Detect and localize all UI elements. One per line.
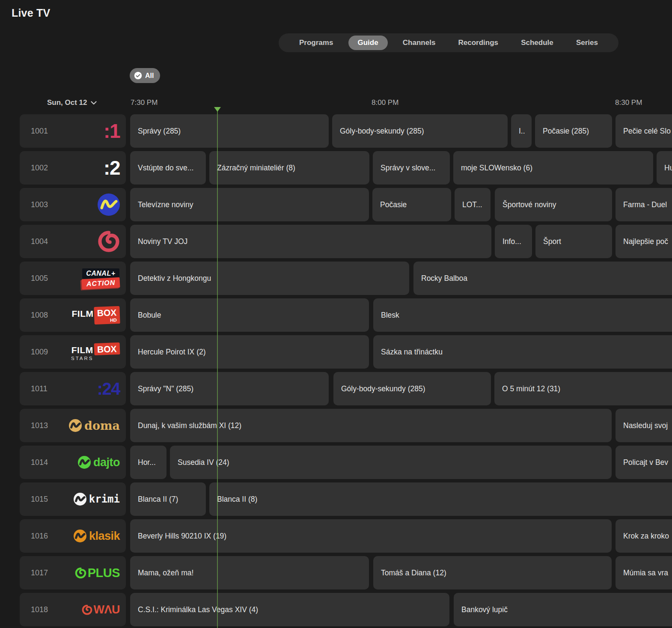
filter-all-chip[interactable]: All <box>130 68 160 83</box>
program-block[interactable]: Pečie celé Slo <box>616 114 672 148</box>
program-block[interactable]: Šport <box>535 225 612 258</box>
program-block[interactable]: Bobule <box>130 298 369 332</box>
program-block[interactable]: Správy v slove... <box>373 151 450 185</box>
tab-programs[interactable]: Programs <box>291 36 341 50</box>
channel-row: 1016 klasikBeverly Hills 90210 IX (19)Kr… <box>0 519 672 553</box>
channel-number: 1008 <box>31 311 48 320</box>
guide-grid: 1001:1Správy (285)Góly-body-sekundy (285… <box>0 0 672 628</box>
program-title: Rocky Balboa <box>421 274 467 283</box>
program-title: Nasleduj svoj <box>623 421 668 430</box>
program-title: Vstúpte do sve... <box>138 164 193 173</box>
program-block[interactable]: Noviny TV JOJ <box>130 225 491 258</box>
program-block[interactable]: Góly-body-sekundy (285) <box>333 372 491 405</box>
program-title: Bobule <box>138 311 161 320</box>
tab-recordings[interactable]: Recordings <box>451 36 506 50</box>
channel-number: 1017 <box>31 568 48 577</box>
tab-schedule[interactable]: Schedule <box>513 36 561 50</box>
program-block[interactable]: Najlepšie poč <box>616 225 672 258</box>
program-block[interactable]: Vstúpte do sve... <box>130 151 206 185</box>
tab-series[interactable]: Series <box>568 36 606 50</box>
date-picker[interactable]: Sun, Oct 12 <box>47 98 97 107</box>
program-block[interactable]: Rocky Balboa <box>413 262 672 295</box>
program-title: Správy v slove... <box>381 164 435 173</box>
program-block[interactable]: Góly-body-sekundy (285) <box>332 114 508 148</box>
channel-row: 1008FILM BOXHDBobuleBlesk <box>0 298 672 332</box>
program-block[interactable]: Policajt v Bev <box>616 446 672 479</box>
program-block[interactable]: LOT... <box>455 188 491 221</box>
program-block[interactable]: Sázka na třináctku <box>373 335 672 369</box>
program-block[interactable]: Hor... <box>130 446 167 479</box>
channel-number: 1001 <box>31 127 48 136</box>
channel-cell[interactable]: 1009FILMSTARS BOX <box>20 335 126 369</box>
channel-cell[interactable]: 1004 <box>20 225 126 258</box>
program-block[interactable]: Info... <box>495 225 532 258</box>
program-block[interactable]: Bankový lupič <box>454 593 672 626</box>
program-block[interactable]: Zázračný miniateliér (8) <box>209 151 369 185</box>
channel-number: 1009 <box>31 348 48 357</box>
program-block[interactable]: Mama, ožeň ma! <box>130 556 369 589</box>
tab-channels[interactable]: Channels <box>395 36 443 50</box>
channel-cell[interactable]: 1015 krimi <box>20 482 126 516</box>
program-title: Televízne noviny <box>138 200 193 209</box>
channel-cell[interactable]: 1003 <box>20 188 126 221</box>
time-header: 7:30 PM <box>131 98 158 107</box>
channel-number: 1014 <box>31 458 48 467</box>
program-block[interactable]: Správy "N" (285) <box>130 372 329 405</box>
channel-row: 1003 Televízne novinyPočasieLOT...Športo… <box>0 188 672 221</box>
program-block[interactable]: Blanca II (8) <box>209 482 672 516</box>
program-block[interactable]: Detektiv z Hongkongu <box>130 262 409 295</box>
channel-number: 1013 <box>31 421 48 430</box>
program-block[interactable]: Nasleduj svoj <box>616 409 672 442</box>
channel-cell[interactable]: 1014 dajto <box>20 446 126 479</box>
program-block[interactable]: Počasie <box>372 188 451 221</box>
channel-number: 1005 <box>31 274 48 283</box>
program-title: Policajt v Bev <box>623 458 668 467</box>
program-title: Hu <box>664 164 672 173</box>
time-header: 8:30 PM <box>615 98 642 107</box>
check-circle-icon <box>134 71 142 80</box>
channel-cell[interactable]: 1013 doma <box>20 409 126 442</box>
program-block[interactable]: O 5 minút 12 (31) <box>494 372 672 405</box>
program-title: Góly-body-sekundy (285) <box>340 127 424 136</box>
channel-cell[interactable]: 1005CANAL+ACTION <box>20 262 126 295</box>
klasik-logo: klasik <box>74 530 120 542</box>
program-block[interactable]: C.S.I.: Kriminálka Las Vegas XIV (4) <box>130 593 449 626</box>
program-block[interactable]: Dunaj, k vašim službám XI (12) <box>130 409 612 442</box>
program-block[interactable]: Televízne noviny <box>130 188 369 221</box>
tab-guide[interactable]: Guide <box>348 36 388 50</box>
program-block[interactable]: moje SLOWensko (6) <box>453 151 653 185</box>
channel-cell[interactable]: 1017 PLUS <box>20 556 126 589</box>
program-block[interactable]: Farma - Duel <box>616 188 672 221</box>
channel-row: 1011:24Správy "N" (285)Góly-body-sekundy… <box>0 372 672 405</box>
program-title: Blanca II (8) <box>217 495 257 504</box>
program-block[interactable]: Hercule Poirot IX (2) <box>130 335 369 369</box>
program-block[interactable]: Tomáš a Diana (12) <box>373 556 612 589</box>
24-logo: :24 <box>97 380 120 397</box>
channel-cell[interactable]: 1008FILM BOXHD <box>20 298 126 332</box>
program-title: Tomáš a Diana (12) <box>381 568 446 577</box>
program-block[interactable]: Krok za kroko <box>616 519 672 553</box>
program-block[interactable]: Počasie (285) <box>535 114 612 148</box>
program-block[interactable]: Hu <box>657 151 672 185</box>
channel-cell[interactable]: 1011:24 <box>20 372 126 405</box>
program-title: LOT... <box>462 200 482 209</box>
now-marker-triangle <box>214 107 221 112</box>
tab-bar: ProgramsGuideChannelsRecordingsScheduleS… <box>279 33 618 52</box>
channel-cell[interactable]: 1018 WΛU <box>20 593 126 626</box>
program-block[interactable]: Blanca II (7) <box>130 482 206 516</box>
program-title: Detektiv z Hongkongu <box>138 274 211 283</box>
program-block[interactable]: I.. <box>511 114 532 148</box>
program-block[interactable]: Múmia sa vra <box>616 556 672 589</box>
program-title: Bankový lupič <box>461 605 508 614</box>
channel-cell[interactable]: 1016 klasik <box>20 519 126 553</box>
channel-cell[interactable]: 1002:2 <box>20 151 126 185</box>
program-block[interactable]: Beverly Hills 90210 IX (19) <box>130 519 612 553</box>
program-block[interactable]: Blesk <box>373 298 672 332</box>
channel-row: 1017 PLUSMama, ožeň ma!Tomáš a Diana (12… <box>0 556 672 589</box>
program-title: O 5 minút 12 (31) <box>502 384 560 393</box>
channel-cell[interactable]: 1001:1 <box>20 114 126 148</box>
program-block[interactable]: Susedia IV (24) <box>170 446 612 479</box>
program-block[interactable]: Správy (285) <box>130 114 329 148</box>
program-block[interactable]: Športové noviny <box>495 188 612 221</box>
channel-number: 1004 <box>31 237 48 246</box>
